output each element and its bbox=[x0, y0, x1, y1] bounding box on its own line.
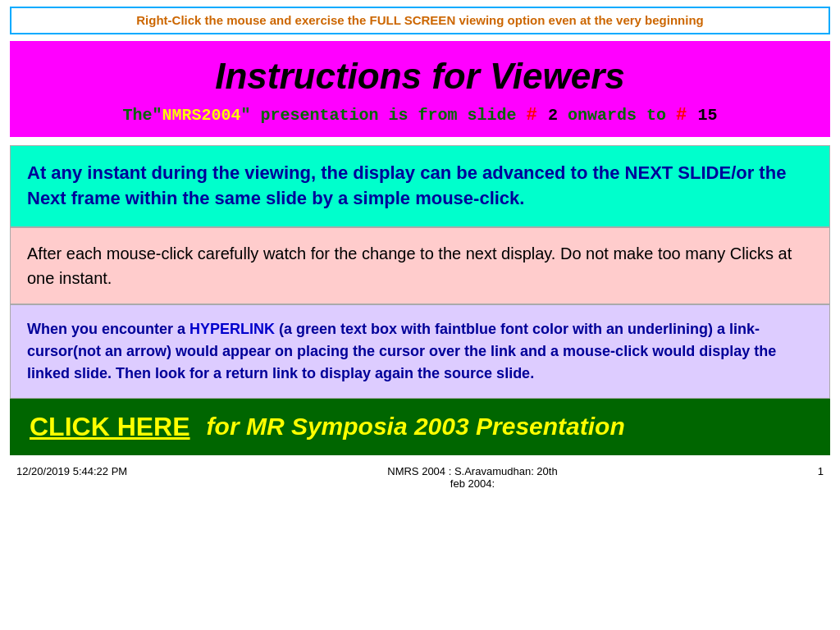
top-bar-text: Right-Click the mouse and exercise the F… bbox=[136, 13, 704, 27]
pink-box: After each mouse-click carefully watch f… bbox=[10, 227, 830, 304]
click-here-link[interactable]: CLICK HERE bbox=[30, 412, 190, 442]
subtitle: The"NMRS2004" presentation is from slide… bbox=[26, 105, 814, 126]
lavender-box-text: When you encounter a HYPERLINK (a green … bbox=[27, 321, 776, 381]
top-bar: Right-Click the mouse and exercise the F… bbox=[10, 7, 830, 34]
subtitle-prefix: The" bbox=[123, 106, 162, 125]
footer: 12/20/2019 5:44:22 PM NMRS 2004 : S.Arav… bbox=[10, 462, 830, 493]
subtitle-num1: 2 bbox=[548, 106, 558, 125]
cyan-box: At any instant during the viewing, the d… bbox=[10, 145, 830, 227]
lavender-hyperlink: HYPERLINK bbox=[189, 321, 275, 337]
pink-box-text: After each mouse-click carefully watch f… bbox=[27, 244, 792, 287]
cyan-box-text: At any instant during the viewing, the d… bbox=[27, 162, 786, 208]
subtitle-quote-close: " presentation is from slide bbox=[241, 106, 517, 125]
title-section: Instructions for Viewers The"NMRS2004" p… bbox=[10, 41, 830, 137]
subtitle-num2: 15 bbox=[697, 106, 717, 125]
footer-right: 1 bbox=[818, 465, 824, 477]
footer-center: NMRS 2004 : S.Aravamudhan: 20th feb 2004… bbox=[387, 465, 557, 490]
cta-box: CLICK HERE for MR Symposia 2003 Presenta… bbox=[10, 399, 830, 455]
footer-left: 12/20/2019 5:44:22 PM bbox=[16, 465, 127, 477]
subtitle-nmrs: NMRS2004 bbox=[162, 106, 241, 125]
subtitle-onwards: onwards to bbox=[558, 106, 676, 125]
cta-rest-text: for MR Symposia 2003 Presentation bbox=[207, 413, 625, 441]
footer-center-line2: feb 2004: bbox=[387, 477, 557, 490]
subtitle-hash1: # bbox=[527, 105, 548, 126]
footer-center-line1: NMRS 2004 : S.Aravamudhan: 20th bbox=[387, 465, 557, 477]
subtitle-hash2: # bbox=[676, 105, 697, 126]
main-title: Instructions for Viewers bbox=[26, 56, 814, 97]
lavender-box: When you encounter a HYPERLINK (a green … bbox=[10, 304, 830, 399]
lavender-part1: When you encounter a bbox=[27, 321, 189, 337]
